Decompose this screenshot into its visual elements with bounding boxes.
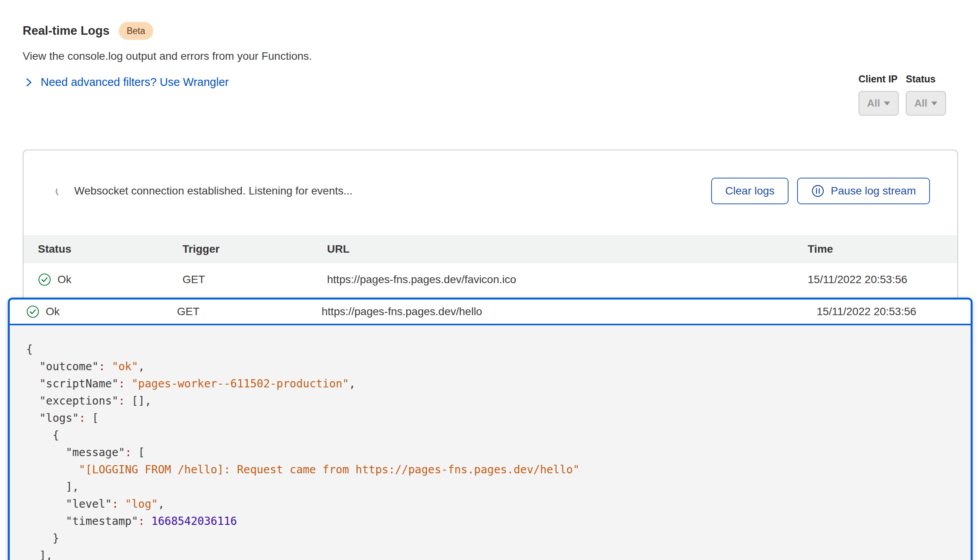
table-header: Status Trigger URL Time (23, 235, 957, 263)
client-ip-filter-dropdown[interactable]: All (858, 91, 899, 116)
trigger-cell: GET (177, 300, 200, 324)
url-cell: https://pages-fns.pages.dev/favicon.ico (327, 263, 516, 296)
chevron-right-icon (24, 77, 34, 88)
log-row-expanded: Ok GET https://pages-fns.pages.dev/hello… (8, 298, 973, 560)
check-circle-icon (26, 305, 39, 318)
column-header-status: Status (38, 235, 72, 263)
column-header-url: URL (327, 235, 350, 263)
client-ip-filter-label: Client IP (858, 73, 913, 85)
trigger-cell: GET (182, 263, 205, 296)
wrangler-link[interactable]: Need advanced filters? Use Wrangler (24, 76, 229, 89)
connection-status: Websocket connection established. Listen… (55, 185, 352, 197)
column-header-time: Time (808, 235, 833, 263)
pause-icon (811, 184, 824, 198)
status-filter: Status All (906, 73, 960, 116)
log-json-code: { "outcome": "ok", "scriptName": "pages-… (26, 341, 955, 560)
url-cell: https://pages-fns.pages.dev/hello (322, 300, 482, 324)
pause-log-stream-button[interactable]: Pause log stream (797, 178, 930, 204)
page-title: Real-time Logs (23, 24, 109, 38)
status-filter-dropdown[interactable]: All (906, 91, 946, 116)
toolbar-buttons: Clear logs Pause log stream (711, 178, 930, 204)
caret-down-icon (931, 102, 937, 105)
time-cell: 15/11/2022 20:53:56 (808, 263, 907, 296)
spinner-icon (55, 185, 66, 196)
status-filter-label: Status (906, 73, 960, 85)
log-row[interactable]: Ok GET https://pages-fns.pages.dev/favic… (23, 263, 957, 296)
clear-logs-label: Clear logs (725, 185, 774, 197)
caret-down-icon (884, 102, 890, 105)
status-cell: Ok (26, 300, 60, 324)
log-row-selected[interactable]: Ok GET https://pages-fns.pages.dev/hello… (10, 300, 971, 325)
realtime-logs-page: Real-time Logs Beta View the console.log… (0, 0, 980, 560)
status-text: Ok (46, 305, 60, 318)
client-ip-filter-value: All (867, 97, 880, 109)
column-header-trigger: Trigger (182, 235, 220, 263)
time-cell: 15/11/2022 20:53:56 (817, 300, 916, 324)
check-circle-icon (38, 273, 51, 286)
client-ip-filter: Client IP All (858, 73, 913, 116)
beta-badge: Beta (119, 22, 153, 40)
status-text: Ok (57, 273, 72, 286)
page-header: Real-time Logs Beta (23, 22, 153, 40)
status-filter-value: All (914, 97, 927, 109)
connection-status-text: Websocket connection established. Listen… (74, 185, 352, 197)
page-subtitle: View the console.log output and errors f… (23, 50, 312, 62)
logs-toolbar: Websocket connection established. Listen… (55, 176, 930, 206)
clear-logs-button[interactable]: Clear logs (711, 178, 789, 204)
wrangler-link-label: Need advanced filters? Use Wrangler (41, 76, 229, 89)
status-cell: Ok (38, 263, 72, 296)
log-detail-panel: { "outcome": "ok", "scriptName": "pages-… (10, 325, 971, 560)
pause-log-stream-label: Pause log stream (831, 185, 916, 197)
